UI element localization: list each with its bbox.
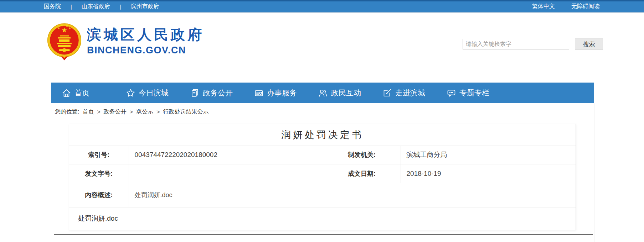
- bottom-divider: [54, 234, 593, 235]
- document-icon: [190, 88, 200, 98]
- national-emblem-icon: [46, 22, 82, 60]
- nav-item-home[interactable]: 首页: [51, 88, 115, 98]
- document-title: 润妍处罚决定书: [69, 124, 576, 146]
- site-title-block: 滨城区人民政府 BINCHENG.GOV.CN: [87, 22, 204, 56]
- breadcrumb-item-home[interactable]: 首页: [82, 108, 94, 116]
- index-number-value: 0043744722202020180002: [129, 146, 323, 164]
- document-card: 润妍处罚决定书 索引号: 0043744722202020180002 制发机关…: [69, 124, 576, 230]
- nav-item-about-bincheng[interactable]: 走进滨城: [372, 88, 436, 98]
- breadcrumb-item-dual-publicity[interactable]: 双公示: [136, 108, 153, 116]
- issue-date-label: 成文日期:: [323, 164, 401, 183]
- site-logo[interactable]: 滨城区人民政府 BINCHENG.GOV.CN: [46, 22, 204, 60]
- nav-item-services[interactable]: 办事服务: [243, 88, 308, 98]
- breadcrumb-item-gov-affairs[interactable]: 政务公开: [104, 108, 127, 116]
- site-name: 滨城区人民政府: [87, 27, 204, 42]
- breadcrumb-item-penalty-results[interactable]: 行政处罚结果公示: [163, 108, 208, 116]
- breadcrumb: 您的位置: 首页 > 政务公开 > 双公示 > 行政处罚结果公示: [52, 103, 594, 120]
- document-number-label: 发文字号:: [69, 164, 129, 183]
- star-icon: [126, 88, 135, 98]
- nav-label: 走进滨城: [395, 88, 425, 98]
- issuing-authority-value: 滨城工商分局: [401, 146, 576, 164]
- service-list-icon: [254, 88, 264, 98]
- pencil-square-icon: [382, 88, 392, 98]
- link-shandong-gov[interactable]: 山东省政府: [82, 3, 110, 10]
- topbar-right-links: 繁体中文 无障碍阅读: [532, 3, 600, 10]
- site-domain: BINCHENG.GOV.CN: [87, 45, 204, 56]
- issuing-authority-label: 制发机关:: [323, 146, 401, 164]
- nav-item-special-topics[interactable]: 专题专栏: [436, 88, 500, 98]
- government-links-bar: 国务院 | 山东省政府 | 滨州市政府 繁体中文 无障碍阅读: [0, 0, 644, 12]
- topbar-separator: |: [71, 4, 72, 10]
- breadcrumb-separator: >: [97, 109, 100, 115]
- content-summary-value: 处罚润妍.doc: [129, 183, 576, 207]
- link-accessibility-reading[interactable]: 无障碍阅读: [571, 3, 600, 10]
- table-row: 内容概述: 处罚润妍.doc: [69, 183, 576, 207]
- nav-label: 首页: [74, 88, 89, 98]
- nav-item-public-interaction[interactable]: 政民互动: [308, 88, 372, 98]
- home-icon: [62, 88, 71, 98]
- nav-label: 今日滨城: [139, 88, 169, 98]
- nav-item-today-bincheng[interactable]: 今日滨城: [115, 88, 179, 98]
- document-number-value: [129, 164, 323, 183]
- site-header: 滨城区人民政府 BINCHENG.GOV.CN 搜索: [0, 12, 644, 83]
- chat-bubble-icon: [447, 88, 456, 98]
- people-icon: [318, 88, 328, 98]
- document-metadata-table: 润妍处罚决定书 索引号: 0043744722202020180002 制发机关…: [69, 124, 576, 230]
- topbar-separator: |: [120, 4, 121, 10]
- search-input[interactable]: [463, 39, 569, 49]
- table-row: 发文字号: 成文日期: 2018-10-19: [69, 164, 576, 183]
- nav-label: 专题专栏: [459, 88, 489, 98]
- breadcrumb-separator: >: [156, 109, 160, 115]
- topbar-left-links: 国务院 | 山东省政府 | 滨州市政府: [44, 3, 159, 10]
- link-state-council[interactable]: 国务院: [44, 3, 61, 10]
- issue-date-value: 2018-10-19: [401, 164, 576, 183]
- attachment-link[interactable]: 处罚润妍.doc: [78, 215, 118, 222]
- nav-label: 政民互动: [331, 88, 361, 98]
- table-row-title: 润妍处罚决定书: [69, 124, 576, 146]
- breadcrumb-prefix: 您的位置:: [55, 108, 79, 116]
- content-container: 您的位置: 首页 > 政务公开 > 双公示 > 行政处罚结果公示 润妍处罚决定书…: [52, 103, 594, 242]
- link-traditional-chinese[interactable]: 繁体中文: [532, 3, 555, 10]
- link-binzhou-gov[interactable]: 滨州市政府: [131, 3, 159, 10]
- index-number-label: 索引号:: [69, 146, 129, 164]
- attachment-cell: 处罚润妍.doc: [69, 207, 576, 230]
- table-row-attachment: 处罚润妍.doc: [69, 207, 576, 230]
- breadcrumb-separator: >: [130, 109, 133, 115]
- nav-label: 办事服务: [267, 88, 297, 98]
- nav-item-government-affairs[interactable]: 政务公开: [179, 88, 243, 98]
- content-summary-label: 内容概述:: [69, 183, 129, 207]
- nav-label: 政务公开: [203, 88, 233, 98]
- main-navigation: 首页 今日滨城 政务公开 办事服务 政民互动: [51, 83, 594, 103]
- search-button[interactable]: 搜索: [575, 38, 603, 50]
- search-bar: 搜索: [463, 38, 603, 50]
- table-row: 索引号: 0043744722202020180002 制发机关: 滨城工商分局: [69, 146, 576, 164]
